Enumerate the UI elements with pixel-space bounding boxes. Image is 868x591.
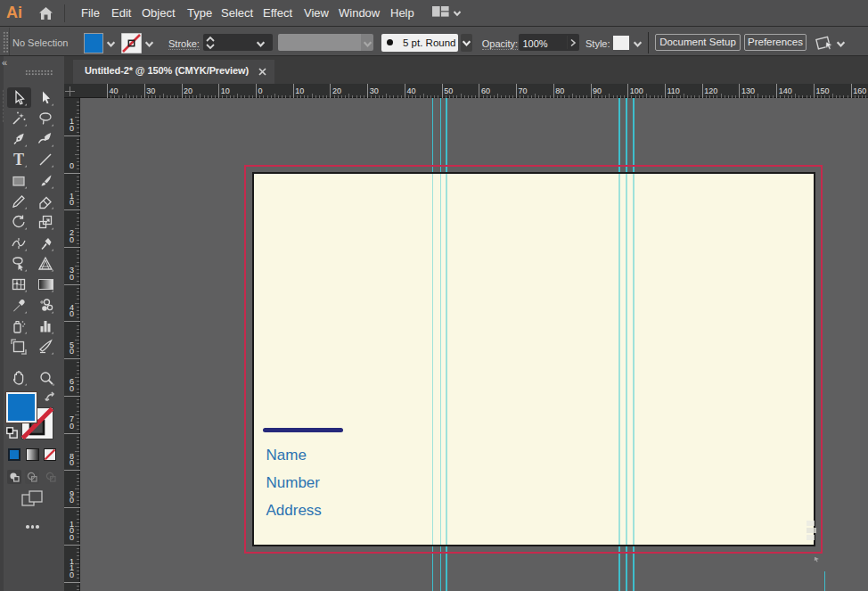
svg-text:T: T — [13, 151, 24, 168]
